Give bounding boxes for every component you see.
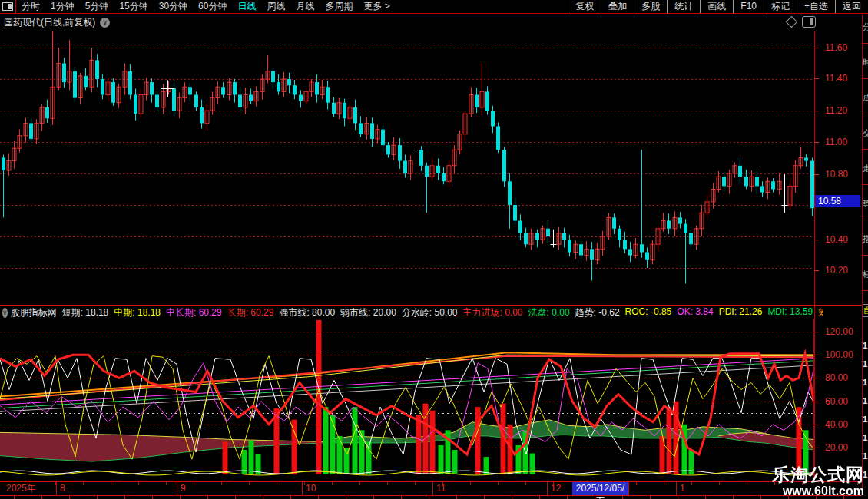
date-axis-tick <box>636 482 637 485</box>
period-tab[interactable]: 1分钟 <box>51 0 75 13</box>
date-axis-tick <box>719 482 720 485</box>
bottom-row-tick <box>622 496 623 499</box>
bottom-row-tick <box>512 496 512 499</box>
bottom-row-tick <box>650 496 651 499</box>
indicator-axis-label: 20.00 <box>825 442 848 453</box>
axis-tick-mark <box>814 425 819 425</box>
axis-tick-mark <box>814 78 819 79</box>
date-axis-separator <box>547 482 548 495</box>
indicator-field: ROC: -0.85 <box>625 306 672 319</box>
window-split-icon <box>2 2 13 11</box>
date-axis-tick <box>415 482 416 485</box>
date-axis-tick <box>747 482 747 485</box>
watermark: 乐淘公式网 www.60lt.com <box>772 465 864 498</box>
date-axis-tick <box>498 482 499 485</box>
bottom-row-tick <box>318 496 319 499</box>
toolbar-action-button[interactable]: F10 <box>733 0 764 13</box>
period-tab[interactable]: 分时 <box>22 0 40 13</box>
toolbar-action-button[interactable]: 叠加 <box>601 0 634 13</box>
date-axis-month: 11 <box>436 483 446 494</box>
bottom-row-tick <box>263 496 263 499</box>
indicator-axis-label: 120.00 <box>825 326 853 337</box>
date-axis-tick <box>277 482 277 485</box>
right-clipped-panel: 分时成交走势指标自11111111 <box>863 15 868 499</box>
indicator-axis-label: 60.00 <box>825 396 848 407</box>
period-tabs: 分时1分钟5分钟15分钟30分钟60分钟日线周线月线多周期更多 > <box>16 0 396 13</box>
period-tab[interactable]: 更多 > <box>363 0 389 13</box>
indicator-field: 强市线: 80.00 <box>279 306 335 319</box>
clipped-axis-digit: 1 <box>863 341 868 350</box>
indicator-axis-label: 80.00 <box>825 372 848 383</box>
toolbar-action-button[interactable]: 返回 <box>835 0 868 13</box>
bottom-row-tick <box>760 496 761 499</box>
bottom-row-tick <box>401 496 402 499</box>
indicator-field: 中长期: 60.29 <box>166 306 222 319</box>
date-axis-tick <box>691 482 692 485</box>
indicator-field: 趋势: -0.62 <box>575 306 620 319</box>
price-axis-label: 10.80 <box>825 169 848 180</box>
toolbar-action-button[interactable]: +自选 <box>797 0 835 13</box>
date-axis-tick <box>387 482 388 485</box>
date-axis-month: 10 <box>306 483 316 494</box>
toolbar-action-button[interactable]: 多股 <box>634 0 667 13</box>
date-axis-separator <box>432 482 433 495</box>
clipped-panel-tab: 自 <box>863 304 868 317</box>
window-layout-button[interactable] <box>0 0 16 13</box>
period-tab[interactable]: 60分钟 <box>198 0 227 13</box>
bottom-row-tick <box>429 496 429 499</box>
period-tab[interactable]: 30分钟 <box>159 0 187 13</box>
period-tab[interactable]: 5分钟 <box>85 0 109 13</box>
clipped-panel-divider <box>863 78 868 79</box>
date-axis-separator <box>302 482 303 495</box>
period-tab[interactable]: 周线 <box>267 0 285 13</box>
chevron-down-icon[interactable]: ∨ <box>100 18 110 28</box>
clipped-panel-divider <box>863 149 868 150</box>
date-axis-tick <box>138 482 139 485</box>
toolbar-action-button[interactable]: 统计 <box>667 0 700 13</box>
toolbar-actions: 复权叠加多股统计画线F10标记+自选返回 <box>568 0 868 13</box>
bottom-row-tick <box>373 496 374 499</box>
clipped-panel-text: 时 <box>863 57 868 68</box>
toolbar-action-button[interactable]: 画线 <box>700 0 733 13</box>
toolbar-action-button[interactable]: 复权 <box>568 0 601 13</box>
indicator-name[interactable]: 股朋指标网 <box>11 306 57 319</box>
axis-tick-mark <box>814 402 819 402</box>
date-axis-separator <box>676 482 677 495</box>
bottom-row-tick <box>539 496 540 499</box>
bottom-row-tick <box>567 496 568 499</box>
indicator-field: 短期: 18.18 <box>62 306 109 319</box>
watermark-site-url: www.60lt.com <box>772 484 864 498</box>
toolbar-action-button[interactable]: 标记 <box>764 0 797 13</box>
price-axis-label: 10.40 <box>825 234 848 245</box>
bottom-row-tick <box>733 496 734 499</box>
clipped-axis-digit: 1 <box>863 451 868 461</box>
period-tab[interactable]: 15分钟 <box>119 0 147 13</box>
clipped-axis-digit: 1 <box>863 359 868 368</box>
bottom-row-tick <box>124 496 125 499</box>
indicator-panel-chart[interactable] <box>0 319 814 481</box>
date-axis-month: 8 <box>60 483 65 494</box>
panel-divider <box>0 305 862 306</box>
period-tab[interactable]: 多周期 <box>325 0 353 13</box>
date-axis-tick <box>221 482 222 485</box>
main-candlestick-chart[interactable] <box>0 31 814 305</box>
price-axis-label: 11.60 <box>825 42 847 53</box>
clipped-panel-text: 势 <box>863 198 868 210</box>
period-tab[interactable]: 月线 <box>296 0 314 13</box>
axis-separator-line <box>814 31 815 495</box>
date-axis-tick <box>304 482 305 485</box>
diamond-icon[interactable] <box>786 16 798 28</box>
date-axis-separator <box>628 482 629 495</box>
period-tab[interactable]: 日线 <box>237 0 256 13</box>
bottom-row-tick <box>346 496 346 499</box>
axis-tick-mark <box>814 448 819 448</box>
bottom-row-tick <box>69 496 70 499</box>
clipped-panel-divider <box>863 255 868 256</box>
date-axis-tick <box>249 482 250 485</box>
trading-terminal-window: 分时1分钟5分钟15分钟30分钟60分钟日线周线月线多周期更多 > 复权叠加多股… <box>0 0 868 499</box>
bottom-row-tick <box>41 496 42 499</box>
bottom-row-tick <box>290 496 291 499</box>
indicator-chevron-icon[interactable]: ∨ <box>2 308 8 318</box>
split-view-icon[interactable] <box>802 16 816 28</box>
clipped-axis-digit: 1 <box>863 433 868 442</box>
